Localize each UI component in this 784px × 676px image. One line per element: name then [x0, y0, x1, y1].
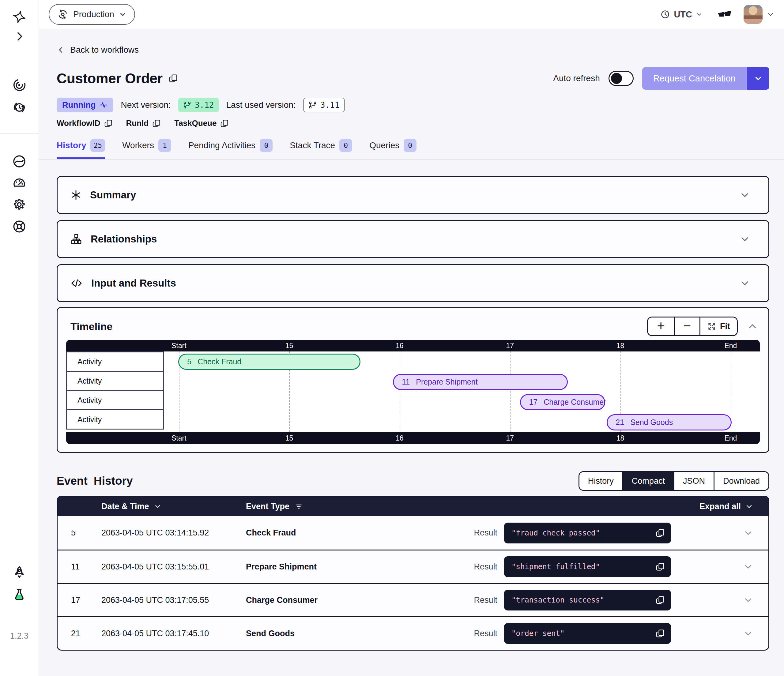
timeline-collapse-chevron-icon[interactable] [747, 321, 758, 332]
tab-pending-activities[interactable]: Pending Activities0 [188, 139, 272, 159]
fit-label: Fit [720, 322, 730, 331]
result-label: Result [474, 562, 497, 572]
timeline-row-label: Activity [66, 390, 164, 410]
timeline-bar-send-goods[interactable]: 21Send Goods [607, 414, 731, 430]
request-cancelation-menu-button[interactable] [747, 67, 769, 90]
section-card-relationships[interactable]: Relationships [57, 220, 769, 258]
timeline-bar-check-fraud[interactable]: 5Check Fraud [178, 354, 361, 370]
expand-all-button[interactable]: Expand all [700, 502, 753, 511]
timeline-title: Timeline [70, 320, 112, 333]
event-type-label: Event Type [246, 502, 289, 511]
result-label: Result [474, 528, 497, 538]
view-button-history[interactable]: History [579, 472, 622, 490]
row-expand-chevron-icon[interactable] [671, 595, 753, 605]
timeline-tick-label: 18 [616, 434, 624, 442]
tree-icon [70, 233, 82, 245]
sidebar-usage-gauge-icon[interactable] [12, 176, 26, 190]
tab-count-badge: 1 [158, 139, 171, 152]
tab-stack-trace[interactable]: Stack Trace0 [290, 139, 352, 159]
zoom-fit-button[interactable]: Fit [700, 317, 737, 335]
ids-row: WorkflowID RunId TaskQueue [57, 118, 769, 128]
date-time-column-header[interactable]: Date & Time [101, 502, 246, 511]
namespace-selector[interactable]: Production [49, 4, 135, 25]
view-button-compact[interactable]: Compact [622, 472, 674, 490]
tabs: History25Workers1Pending Activities0Stac… [39, 139, 784, 160]
glasses-icon[interactable] [717, 7, 732, 22]
row-expand-chevron-icon[interactable] [671, 528, 753, 538]
user-avatar[interactable] [744, 5, 762, 24]
event-id: 17 [71, 595, 101, 605]
timeline-axis-bottom: Start15161718End [66, 432, 760, 444]
zoom-in-button[interactable]: + [648, 317, 674, 335]
chevron-down-icon [740, 190, 750, 200]
timeline-tick-label: End [724, 434, 737, 442]
title-row: Customer Order Auto refresh Request Canc… [57, 67, 769, 90]
tab-queries[interactable]: Queries0 [369, 139, 417, 159]
copy-result-icon[interactable] [656, 562, 665, 571]
section-label: Input and Results [91, 277, 176, 289]
timeline-card: Timeline + − Fit [57, 307, 769, 453]
event-row-check-fraud[interactable]: 52063-04-05 UTC 03:14:15.92Check FraudRe… [58, 516, 768, 550]
user-menu-chevron-icon[interactable] [767, 11, 774, 18]
workflow-id-copy[interactable]: WorkflowID [57, 118, 113, 128]
copy-result-icon[interactable] [656, 629, 665, 638]
view-button-json[interactable]: JSON [674, 472, 714, 490]
event-history-view-buttons: HistoryCompactJSONDownload [579, 471, 769, 491]
task-queue-copy[interactable]: TaskQueue [174, 118, 229, 128]
sidebar-schedules-icon[interactable] [12, 100, 26, 115]
bar-event-label: Check Fraud [198, 357, 241, 366]
sidebar-expand-chevron-icon[interactable] [13, 30, 25, 42]
timeline-bar-charge-consumer[interactable]: 17Charge Consumer [520, 394, 605, 410]
next-version-label: Next version: [121, 100, 171, 110]
timezone-label: UTC [674, 9, 692, 20]
event-type-column-header[interactable]: Event Type [246, 502, 700, 511]
timeline-row-labels: ActivityActivityActivityActivity [66, 351, 164, 432]
result-chip: "fraud check passed" [504, 523, 671, 544]
app-version-label: 1.2.3 [10, 631, 28, 641]
bar-event-id: 21 [616, 418, 624, 427]
timeline-tick-label: Start [171, 434, 187, 442]
bar-event-label: Prepare Shipment [416, 378, 478, 386]
event-timestamp: 2063-04-05 UTC 03:15:55.01 [101, 562, 246, 572]
event-id: 5 [71, 528, 101, 538]
timeline-tick-label: Start [171, 342, 187, 350]
event-history-header: Event History HistoryCompactJSONDownload [57, 471, 769, 491]
next-version-badge: 3.12 [178, 98, 219, 112]
event-row-charge-consumer[interactable]: 172063-04-05 UTC 03:17:05.55Charge Consu… [58, 583, 768, 616]
timezone-selector[interactable]: UTC [660, 9, 703, 20]
copy-result-icon[interactable] [656, 528, 665, 538]
branch-icon [183, 101, 191, 109]
result-value: "transaction success" [512, 596, 604, 605]
back-link-label: Back to workflows [70, 45, 139, 55]
copy-icon [220, 119, 229, 127]
event-type: Charge Consumer [246, 595, 474, 605]
event-row-prepare-shipment[interactable]: 112063-04-05 UTC 03:15:55.01Prepare Ship… [58, 550, 768, 583]
tab-workers[interactable]: Workers1 [122, 139, 171, 159]
auto-refresh-toggle[interactable] [608, 71, 634, 86]
request-cancelation-button[interactable]: Request Cancelation [642, 67, 747, 90]
result-label: Result [474, 629, 497, 638]
sidebar-settings-gear-icon[interactable] [12, 198, 26, 211]
row-expand-chevron-icon[interactable] [671, 629, 753, 638]
run-id-copy[interactable]: RunId [126, 118, 161, 128]
copy-result-icon[interactable] [656, 595, 665, 605]
row-expand-chevron-icon[interactable] [671, 562, 753, 572]
back-to-workflows-link[interactable]: Back to workflows [57, 45, 139, 55]
sidebar-labs-flask-icon[interactable] [12, 587, 26, 601]
sidebar-deployments-icon[interactable] [12, 219, 26, 234]
copy-title-icon[interactable] [169, 74, 178, 83]
event-row-send-goods[interactable]: 212063-04-05 UTC 03:17:45.10Send GoodsRe… [58, 616, 768, 650]
timeline-row-label: Activity [66, 409, 164, 429]
temporal-logo-icon[interactable] [12, 10, 26, 23]
section-card-input-and-results[interactable]: Input and Results [57, 264, 769, 302]
section-card-summary[interactable]: Summary [57, 176, 769, 214]
sidebar-rocket-icon[interactable] [12, 565, 26, 580]
sections: SummaryRelationshipsInput and Results [57, 176, 769, 302]
tab-history[interactable]: History25 [57, 139, 105, 159]
sidebar-workflows-icon[interactable] [12, 78, 26, 92]
sidebar-nexus-icon[interactable] [12, 154, 26, 168]
timeline-bar-prepare-shipment[interactable]: 11Prepare Shipment [393, 374, 568, 390]
filter-icon [295, 502, 303, 510]
view-button-download[interactable]: Download [714, 472, 768, 490]
zoom-out-button[interactable]: − [674, 317, 700, 335]
